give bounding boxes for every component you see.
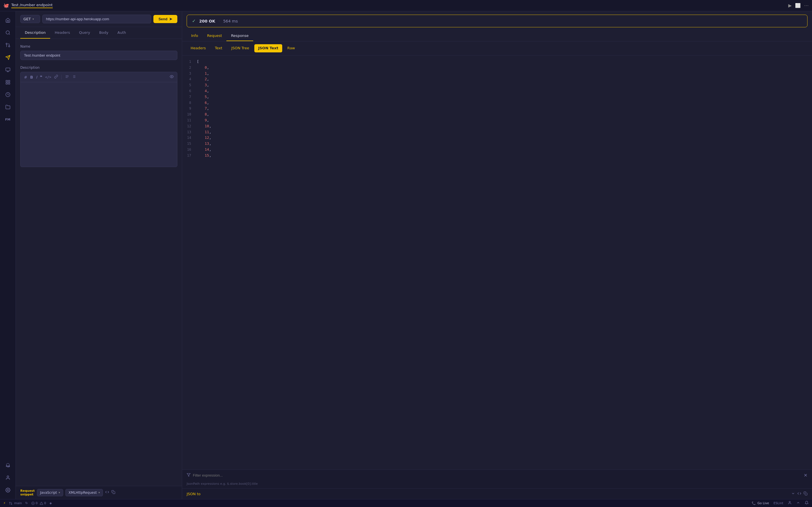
json-line: 31,	[187, 71, 808, 76]
name-input[interactable]	[20, 51, 177, 60]
more-icon[interactable]: ⋯	[804, 3, 809, 8]
line-content: 14,	[197, 147, 211, 153]
filter-close-icon[interactable]: ✕	[804, 473, 808, 478]
footer-user-icon[interactable]	[788, 501, 792, 506]
footer-notif-icon[interactable]	[805, 501, 809, 506]
sidebar-item-monitor[interactable]	[2, 64, 13, 75]
line-number: 9	[187, 106, 197, 111]
json-line: 42,	[187, 76, 808, 82]
sidebar-item-send[interactable]	[2, 52, 13, 63]
toolbar-code[interactable]: </>	[45, 75, 51, 79]
line-content: 13,	[197, 141, 211, 147]
sidebar-item-fm[interactable]: FM	[2, 114, 13, 125]
svg-point-16	[7, 476, 9, 477]
footer-refresh-icon[interactable]: ↻	[26, 501, 28, 505]
method-select[interactable]: GET ▾	[20, 15, 40, 23]
url-input[interactable]	[42, 15, 151, 23]
footer-bell-icon[interactable]: ◈	[49, 501, 52, 505]
toolbar-align[interactable]	[65, 75, 69, 79]
title-bar-text: Test /number endpoint	[11, 3, 53, 8]
response-tab-bar: Info Request Response	[182, 31, 812, 41]
svg-point-15	[6, 463, 9, 466]
line-number: 13	[187, 129, 197, 135]
svg-marker-29	[187, 473, 190, 476]
language-select[interactable]: JavaScript ▾	[37, 489, 63, 496]
sidebar-item-settings[interactable]	[2, 485, 13, 496]
sub-tab-bar: Headers Text JSON Tree JSON Text Raw	[182, 41, 812, 55]
toolbar-link[interactable]	[54, 75, 58, 79]
send-button[interactable]: Send ➤	[153, 15, 177, 23]
svg-point-27	[171, 76, 172, 77]
tab-body[interactable]: Body	[95, 27, 113, 39]
footer-lightning-icon[interactable]: ⚡	[3, 501, 6, 505]
toolbar-list[interactable]	[72, 75, 76, 79]
sidebar: FM	[0, 11, 16, 499]
svg-line-1	[9, 34, 10, 34]
svg-rect-11	[8, 80, 10, 82]
toolbar-heading[interactable]: #	[24, 75, 28, 79]
toolbar-separator	[61, 75, 62, 79]
sidebar-item-home[interactable]	[2, 15, 13, 26]
toolbar-preview[interactable]	[170, 75, 174, 79]
sub-tab-json-text[interactable]: JSON Text	[254, 44, 282, 52]
json-to-code-icon[interactable]	[797, 492, 801, 496]
json-to-icons	[791, 492, 808, 496]
sub-tab-json-tree[interactable]: JSON Tree	[227, 44, 253, 52]
sidebar-item-octopus[interactable]	[2, 460, 13, 471]
editor-body[interactable]	[20, 82, 177, 167]
json-line: 75,	[187, 94, 808, 100]
sub-tab-headers[interactable]: Headers	[187, 44, 210, 52]
line-number: 1	[187, 59, 197, 64]
toolbar-italic[interactable]: I	[36, 75, 37, 79]
tab-description[interactable]: Description	[20, 27, 50, 39]
json-line: 119,	[187, 117, 808, 123]
resp-tab-request[interactable]: Request	[203, 31, 227, 41]
tab-headers[interactable]: Headers	[50, 27, 74, 39]
line-content: 12,	[197, 135, 211, 141]
json-to-copy-icon[interactable]	[804, 492, 808, 496]
filter-input[interactable]	[193, 473, 802, 477]
go-live-button[interactable]: Go Live	[752, 501, 769, 505]
name-label: Name	[20, 45, 177, 48]
svg-point-39	[789, 501, 791, 503]
json-line: 20,	[187, 65, 808, 71]
json-line: 1513,	[187, 141, 808, 147]
footer-branch[interactable]: main	[9, 501, 22, 505]
sub-tab-raw[interactable]: Raw	[283, 44, 299, 52]
code-icon[interactable]	[105, 490, 109, 495]
title-bar-actions: ▶ ⬜ ⋯	[788, 3, 809, 8]
json-to-chevron[interactable]	[791, 492, 795, 496]
line-number: 5	[187, 82, 197, 88]
editor-toolbar: # B I ❝ </>	[20, 72, 177, 82]
sidebar-item-user[interactable]	[2, 472, 13, 483]
toolbar-quote[interactable]: ❝	[40, 74, 43, 80]
svg-point-3	[6, 43, 7, 45]
sub-tab-text[interactable]: Text	[211, 44, 226, 52]
sidebar-item-folder[interactable]	[2, 101, 13, 113]
language-chevron: ▾	[59, 491, 60, 494]
line-number: 17	[187, 153, 197, 158]
description-label: Description	[20, 66, 177, 69]
json-line: 1311,	[187, 129, 808, 135]
sidebar-item-git[interactable]	[2, 40, 13, 51]
footer-arrow-icon[interactable]	[796, 501, 800, 506]
tab-query[interactable]: Query	[74, 27, 95, 39]
footer-error-section[interactable]: 0 0	[31, 501, 46, 505]
toolbar-bold[interactable]: B	[30, 75, 33, 79]
library-select[interactable]: XMLHttpRequest ▾	[65, 489, 103, 496]
tab-auth[interactable]: Auth	[113, 27, 131, 39]
eslint-label[interactable]: ESLint	[774, 501, 783, 505]
layout-icon[interactable]: ⬜	[795, 3, 801, 8]
sidebar-item-history[interactable]	[2, 89, 13, 100]
line-number: 14	[187, 135, 197, 140]
copy-icon[interactable]	[111, 490, 115, 495]
sidebar-item-grid[interactable]	[2, 76, 13, 88]
line-content: [	[197, 59, 199, 65]
left-panel: GET ▾ Send ➤ Description Headers Query B…	[16, 11, 182, 499]
run-icon[interactable]: ▶	[788, 3, 792, 8]
svg-point-17	[7, 490, 8, 491]
resp-tab-response[interactable]: Response	[226, 31, 253, 41]
line-number: 4	[187, 76, 197, 82]
sidebar-item-search[interactable]	[2, 27, 13, 38]
resp-tab-info[interactable]: Info	[187, 31, 203, 41]
